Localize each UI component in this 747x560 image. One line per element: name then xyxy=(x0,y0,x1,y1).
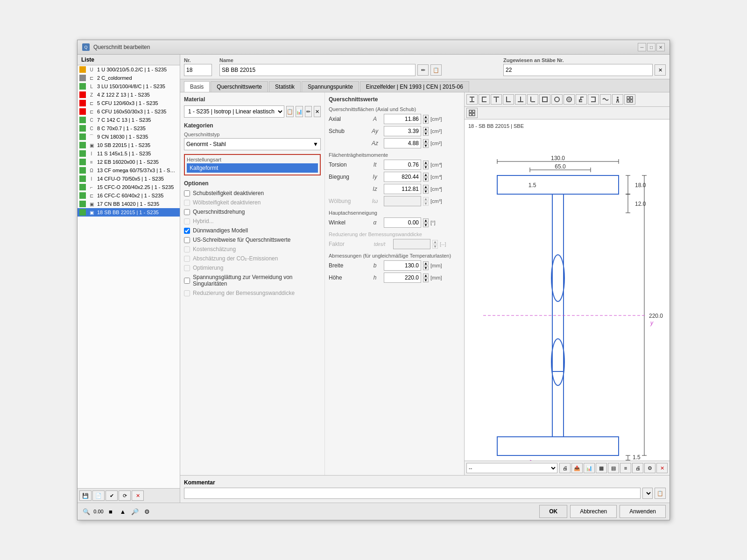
list-item[interactable]: ▣10 SB 22015 | 1 - S235 xyxy=(78,141,180,149)
material-select[interactable]: 1 - S235 | Isotrop | Linear elastisch xyxy=(184,105,284,118)
b-arrows[interactable]: ▲▼ xyxy=(423,261,429,270)
shape-angle-btn[interactable] xyxy=(527,94,538,105)
name-input[interactable] xyxy=(219,64,416,76)
list-item[interactable]: ⊏5 CFU 120/60x3 | 1 - S235 xyxy=(78,99,180,107)
kommentar-select[interactable] xyxy=(642,488,653,499)
option-checkbox-9[interactable] xyxy=(184,278,190,284)
shape-T-btn[interactable] xyxy=(491,94,502,105)
iz-arrows[interactable]: ▲▼ xyxy=(423,185,429,194)
status-color-icon[interactable]: ■ xyxy=(106,506,116,517)
querschnittstyp-select[interactable]: Genormt - Stahl ▼ xyxy=(184,138,321,150)
list-item[interactable]: Z4 Z 122 Z 13 | 1 - S235 xyxy=(78,91,180,99)
list-item[interactable]: ▣18 SB BB 22015 | 1 - S235 xyxy=(78,208,180,217)
maximize-button[interactable]: □ xyxy=(647,43,655,51)
close-draw-btn[interactable]: ✕ xyxy=(656,463,668,473)
herstellungsart-label: Herstellungsart xyxy=(187,157,318,162)
tab-basis[interactable]: Basis xyxy=(184,81,210,92)
iy-arrows[interactable]: ▲▼ xyxy=(423,173,429,182)
material-btn2[interactable]: 📊 xyxy=(296,106,303,117)
list-item[interactable]: ⊏6 CFU 160x50/30x3 | 1 - S235 xyxy=(78,107,180,116)
status-zoom-icon[interactable]: 🔎 xyxy=(130,506,140,517)
table-btn[interactable]: ▦ xyxy=(596,463,607,473)
shape-I-btn[interactable] xyxy=(466,94,478,105)
name-edit-btn[interactable]: ✏ xyxy=(417,64,429,76)
kommentar-input[interactable] xyxy=(184,488,641,499)
shape-grid-btn[interactable] xyxy=(624,94,635,105)
anwenden-button[interactable]: Anwenden xyxy=(620,505,666,518)
shape-custom-btn[interactable] xyxy=(588,94,599,105)
kommentar-btn[interactable]: 📋 xyxy=(655,488,666,499)
nr-input[interactable] xyxy=(184,64,212,76)
shape-T2-btn[interactable] xyxy=(515,94,526,105)
tab-spannungspunkte[interactable]: Spannungspunkte xyxy=(302,81,359,92)
drawing-footer-select[interactable]: -- xyxy=(466,463,557,473)
shape-circle2-btn[interactable] xyxy=(564,94,575,105)
it-arrows[interactable]: ▲▼ xyxy=(423,161,429,169)
status-gear-icon[interactable]: ⚙ xyxy=(142,506,152,517)
list-item[interactable]: ⊏16 CFC-C 60/40x2 | 1 - S235 xyxy=(78,191,180,200)
draw-extra-btn[interactable] xyxy=(466,108,478,118)
az-arrows[interactable]: ▲▼ xyxy=(423,139,429,148)
tab-querschnittswerte[interactable]: Querschnittswerte xyxy=(211,81,268,92)
list-check-btn[interactable]: ✔ xyxy=(106,490,118,501)
list-item[interactable]: L3 LU 150/100/4/8/C | 1 - S235 xyxy=(78,82,180,91)
list-item[interactable]: Ω13 CF omega 60/75/37x3 | 1 - S235 xyxy=(78,166,180,175)
list-item[interactable]: C7 C 142 C 13 | 1 - S235 xyxy=(78,116,180,124)
list-item[interactable]: U1 U 300/210/5.0.2/C | 1 - S235 xyxy=(78,65,180,74)
printer2-btn[interactable]: 🖨 xyxy=(632,463,643,473)
list-item-shape: ⊏ xyxy=(88,192,95,199)
alpha-arrows[interactable]: ▲▼ xyxy=(423,218,429,227)
ok-button[interactable]: OK xyxy=(539,505,567,518)
list-item-text: 14 CFU-O 70/50x5 | 1 - S235 xyxy=(97,176,164,182)
status-arrow-icon[interactable]: ▲ xyxy=(118,506,128,517)
option-checkbox-4[interactable] xyxy=(184,228,190,234)
list-item[interactable]: C8 C 70x0.7 | 1 - S235 xyxy=(78,124,180,133)
list-new-btn[interactable]: 📄 xyxy=(92,490,105,501)
list-item[interactable]: ⌒9 CN 18030 | 1 - S235 xyxy=(78,133,180,141)
name-info-btn[interactable]: 📋 xyxy=(430,64,442,76)
alpha-unit: [°] xyxy=(430,220,436,225)
faktor-value xyxy=(393,239,430,249)
option-checkbox-5[interactable] xyxy=(184,237,190,243)
list-item[interactable]: I14 CFU-O 70/50x5 | 1 - S235 xyxy=(78,175,180,183)
axial-arrows[interactable]: ▲▼ xyxy=(423,115,429,124)
status-search-icon[interactable]: 🔍 xyxy=(81,506,92,517)
shape-C-btn[interactable] xyxy=(479,94,490,105)
h-arrows[interactable]: ▲▼ xyxy=(423,273,429,282)
settings-btn[interactable]: ⚙ xyxy=(644,463,655,473)
list-item-color xyxy=(79,175,86,182)
list-delete-btn[interactable]: ✕ xyxy=(132,490,144,501)
material-btn3[interactable]: ✏ xyxy=(305,106,312,117)
list-item[interactable]: I11 S 145x1.5 | 1 - S235 xyxy=(78,149,180,158)
tab-einzelfelder-|-en-1993-|-cen-|-2015-06[interactable]: Einzelfelder | EN 1993 | CEN | 2015-06 xyxy=(360,81,469,92)
herstellung-item-kaltgeformt[interactable]: Kaltgeformt xyxy=(187,163,318,173)
minimize-button[interactable]: ─ xyxy=(638,43,646,51)
shape-person-btn[interactable] xyxy=(612,94,623,105)
export-btn[interactable]: 📤 xyxy=(571,463,583,473)
list-item[interactable]: ⌐15 CFC-O 200/40x2.25 | 1 - S235 xyxy=(78,183,180,191)
list-item[interactable]: ⊏2 C_coldormed xyxy=(78,74,180,82)
ay-arrows[interactable]: ▲▼ xyxy=(423,127,429,136)
list-btn[interactable]: ≡ xyxy=(620,463,631,473)
shape-rect-btn[interactable] xyxy=(539,94,550,105)
option-checkbox-2[interactable] xyxy=(184,209,190,215)
close-button[interactable]: ✕ xyxy=(656,43,665,51)
list-refresh-btn[interactable]: ⟳ xyxy=(119,490,131,501)
shape-wave-btn[interactable] xyxy=(600,94,611,105)
shape-Z-btn[interactable] xyxy=(576,94,587,105)
list-item[interactable]: ▣17 CN BB 14020 | 1 - S235 xyxy=(78,200,180,208)
assigned-action-btn[interactable]: ✕ xyxy=(655,64,666,76)
material-btn4[interactable]: ✕ xyxy=(314,106,321,117)
abbrechen-button[interactable]: Abbrechen xyxy=(570,505,617,518)
print-btn[interactable]: 🖨 xyxy=(559,463,571,473)
shape-circle-btn[interactable] xyxy=(551,94,563,105)
table2-btn[interactable]: ▤ xyxy=(608,463,619,473)
list-save-btn[interactable]: 💾 xyxy=(79,490,92,501)
assigned-input[interactable] xyxy=(503,64,653,76)
list-item[interactable]: ≡12 EB 16020x00 | 1 - S235 xyxy=(78,158,180,166)
material-btn1[interactable]: 📋 xyxy=(286,106,294,117)
tab-statistik[interactable]: Statistik xyxy=(269,81,301,92)
option-checkbox-0[interactable] xyxy=(184,190,190,196)
shape-L-btn[interactable] xyxy=(503,94,514,105)
view-btn[interactable]: 📊 xyxy=(584,463,595,473)
